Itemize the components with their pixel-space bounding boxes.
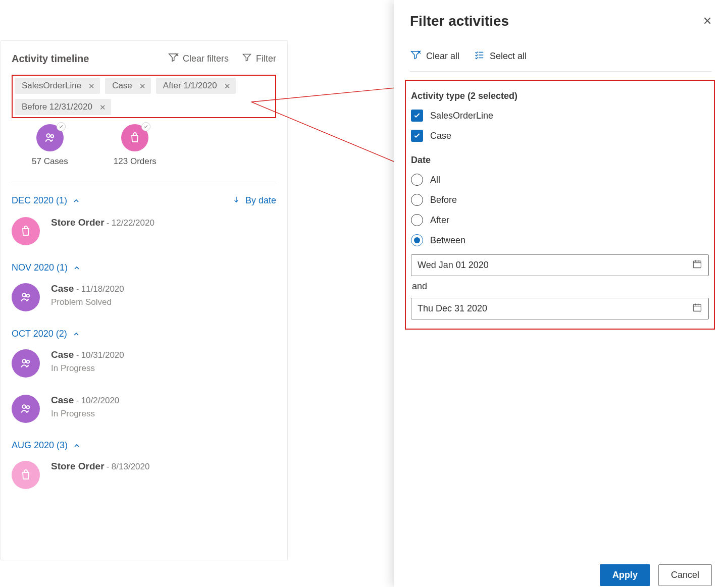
chip-remove-icon[interactable]: ✕ [88,82,95,90]
timeline-header: Activity timeline Clear filters Filter [12,52,276,66]
radio-checked[interactable] [411,234,423,246]
summary-cases[interactable]: 57 Cases [32,124,68,167]
people-icon [19,291,32,304]
filter-label: Filter [256,54,276,64]
funnel-clear-icon [410,49,421,63]
chip-remove-icon[interactable]: ✕ [139,82,146,90]
timeline-item-date: 8/13/2020 [112,462,150,471]
activity-type-option[interactable]: Case [411,130,709,142]
timeline-item-body: Store Order - 12/22/2020 [51,217,154,228]
date-option-between[interactable]: Between [411,234,709,246]
activity-type-label: SalesOrderLine [430,111,493,121]
date-heading: Date [411,155,709,166]
timeline-item[interactable]: Store Order - 8/13/2020 [12,461,276,489]
panel-title: Filter activities [410,13,509,29]
filter-chip: SalesOrderLine ✕ [15,78,100,94]
date-option-before[interactable]: Before [411,194,709,206]
svg-point-8 [22,405,26,408]
svg-rect-17 [694,261,701,268]
timeline-item[interactable]: Case - 10/2/2020 In Progress [12,395,276,423]
date-and-label: and [412,281,709,292]
date-from-input[interactable]: Wed Jan 01 2020 [411,254,709,276]
close-button[interactable]: ✕ [703,15,712,28]
timeline-item-body: Case - 10/2/2020 In Progress [51,395,119,419]
timeline-item[interactable]: Store Order - 12/22/2020 [12,217,276,245]
checkmark-icon [413,112,421,120]
shopping-bag-icon [129,132,141,144]
radio-unchecked[interactable] [411,174,423,186]
clear-filters-button[interactable]: Clear filters [168,52,229,66]
month-label-text: OCT 2020 (2) [12,329,67,339]
timeline-item[interactable]: Case - 10/31/2020 In Progress [12,349,276,378]
cases-avatar [36,124,64,151]
summary-orders-label: 123 Orders [114,156,157,167]
timeline-header-actions: Clear filters Filter [168,52,276,66]
timeline-item[interactable]: Case - 11/18/2020 Problem Solved [12,283,276,311]
timeline-item-dash: - [76,285,81,293]
checkmark-icon [413,132,421,140]
date-option-all[interactable]: All [411,174,709,186]
check-badge-icon [57,122,66,131]
date-option-after[interactable]: After [411,214,709,226]
checkbox-checked[interactable] [411,110,423,122]
date-from-value: Wed Jan 01 2020 [418,260,489,271]
shopping-bag-icon [20,469,32,481]
arrow-down-icon [232,194,240,207]
month-toggle[interactable]: OCT 2020 (2) [12,329,80,339]
timeline-item-title: Store Order [51,217,105,228]
cancel-button[interactable]: Cancel [658,564,712,586]
filter-activities-panel: Filter activities ✕ Clear all Select all [394,0,728,587]
month-toggle[interactable]: NOV 2020 (1) [12,262,81,273]
radio-unchecked[interactable] [411,214,423,226]
case-avatar [12,283,40,311]
filter-chip-label: Case [112,81,132,91]
filter-button[interactable]: Filter [242,52,276,66]
timeline-item-body: Case - 10/31/2020 In Progress [51,349,124,373]
timeline-item-date: 12/22/2020 [112,218,154,228]
select-all-label: Select all [490,51,527,62]
date-option-label: After [430,215,449,226]
clear-all-button[interactable]: Clear all [410,49,459,63]
timeline-item-dash: - [76,396,81,405]
timeline-item-body: Case - 11/18/2020 Problem Solved [51,283,124,307]
timeline-item-title: Case [51,283,74,294]
summary-cases-label: 57 Cases [32,156,68,167]
timeline-item-title: Store Order [51,461,105,471]
people-icon [19,402,32,415]
activity-type-option[interactable]: SalesOrderLine [411,110,709,122]
orders-avatar [121,124,148,151]
month-label-text: DEC 2020 (1) [12,195,67,206]
sort-by-date-button[interactable]: By date [232,194,276,207]
filter-chip: Case ✕ [105,78,151,94]
svg-rect-24 [694,304,701,311]
chip-remove-icon[interactable]: ✕ [99,103,106,111]
svg-point-4 [22,293,26,297]
checkbox-checked[interactable] [411,130,423,142]
date-to-input[interactable]: Thu Dec 31 2020 [411,298,709,319]
activity-type-label: Case [430,131,451,141]
date-option-label: All [430,175,440,185]
month-toggle[interactable]: DEC 2020 (1) [12,195,80,206]
filter-chip-label: After 1/1/2020 [163,81,217,91]
case-avatar [12,395,40,423]
timeline-item-dash: - [76,351,81,359]
radio-unchecked[interactable] [411,194,423,206]
filter-chip-label: Before 12/31/2020 [22,102,92,112]
svg-point-6 [22,359,26,363]
timeline-item-subtext: Problem Solved [51,297,124,307]
select-all-button[interactable]: Select all [474,49,527,63]
chip-remove-icon[interactable]: ✕ [224,82,231,90]
sort-by-date-label: By date [245,195,276,206]
date-option-label: Between [430,235,465,246]
timeline-item-date: 10/2/2020 [81,396,120,405]
month-toggle[interactable]: AUG 2020 (3) [12,440,81,451]
date-option-label: Before [430,195,457,205]
date-to-value: Thu Dec 31 2020 [418,303,487,314]
filter-chip-label: SalesOrderLine [22,81,81,91]
calendar-icon [692,259,702,272]
svg-point-2 [46,134,50,137]
apply-button[interactable]: Apply [600,564,650,586]
chevron-up-icon [72,197,80,205]
summary-orders[interactable]: 123 Orders [114,124,157,167]
calendar-icon [692,302,702,315]
